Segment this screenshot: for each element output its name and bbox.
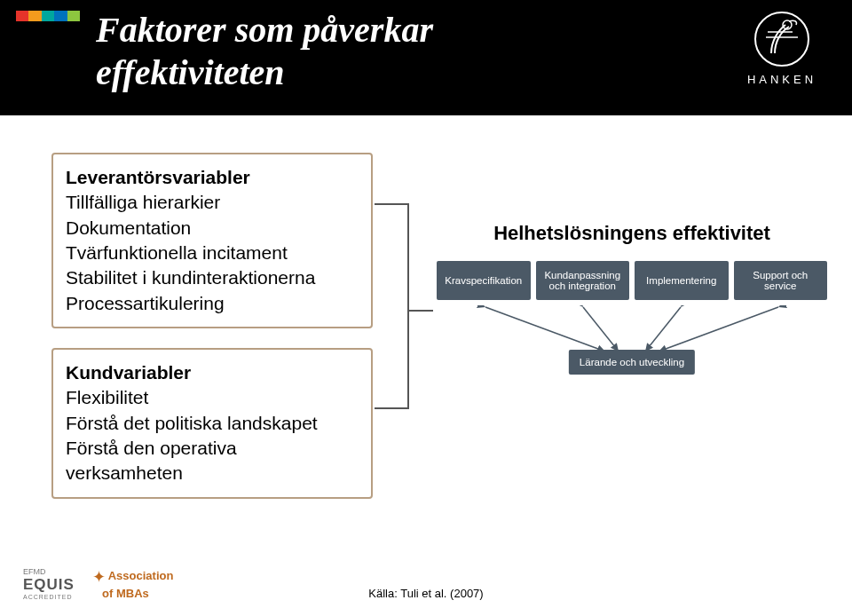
color-strip: [16, 11, 80, 21]
equis-label: EQUIS: [23, 576, 75, 594]
amba-logo: ✦ Association of MBAs: [92, 567, 173, 600]
stage-kundanpassning: Kundanpassning och integration: [536, 261, 630, 300]
learning-box: Lärande och utveckling: [569, 350, 695, 375]
accredited-label: ACCREDITED: [23, 594, 75, 600]
svg-line-5: [659, 307, 778, 351]
arrows-area: Lärande och utveckling: [437, 305, 827, 353]
amba-line2: of MBAs: [102, 587, 149, 600]
title-line-1: Faktorer som påverkar: [96, 10, 433, 50]
page-title: Faktorer som påverkar effektiviteten: [96, 9, 433, 94]
customer-variables-box: Kundvariabler Flexibilitet Förstå det po…: [51, 348, 373, 499]
source-citation: Källa: Tuli et al. (2007): [368, 587, 483, 600]
hanken-logo: HANKEN: [733, 11, 831, 86]
amba-line1: Association: [108, 569, 174, 582]
box2-line: Förstå den operativa verksamheten: [66, 436, 359, 486]
box1-line: Dokumentation: [66, 216, 359, 241]
right-diagram: Helhetslösningens effektivitet Kravspeci…: [437, 222, 827, 353]
header-bar: Faktorer som påverkar effektiviteten HAN…: [0, 0, 852, 115]
supplier-variables-box: Leverantörsvariabler Tillfälliga hierark…: [51, 153, 373, 328]
box1-line: Stabilitet i kundinteraktionerna: [66, 265, 359, 290]
title-line-2: effektiviteten: [96, 52, 285, 92]
slide: Faktorer som påverkar effektiviteten HAN…: [0, 0, 852, 616]
diagram-title: Helhetslösningens effektivitet: [437, 222, 827, 245]
content-area: Leverantörsvariabler Tillfälliga hierark…: [0, 133, 852, 550]
stage-kravspecifikation: Kravspecifikation: [437, 261, 531, 300]
box1-line: Tvärfunktionella incitament: [66, 241, 359, 265]
box2-line: Flexibilitet: [66, 385, 359, 410]
hermes-icon: [753, 11, 810, 67]
stage-implementering: Implementering: [635, 261, 729, 300]
left-boxes: Leverantörsvariabler Tillfälliga hierark…: [51, 153, 373, 518]
equis-logo: EFMD EQUIS ACCREDITED: [23, 567, 75, 600]
stage-row: Kravspecifikation Kundanpassning och int…: [437, 261, 827, 300]
box2-heading: Kundvariabler: [66, 360, 359, 385]
footer: EFMD EQUIS ACCREDITED ✦ Association of M…: [0, 550, 852, 616]
accreditation-logos: EFMD EQUIS ACCREDITED ✦ Association of M…: [23, 567, 173, 600]
box1-line: Processartikulering: [66, 291, 359, 316]
svg-line-2: [485, 307, 605, 351]
stage-support: Support och service: [734, 261, 828, 300]
efmd-label: EFMD: [23, 567, 75, 576]
box1-heading: Leverantörsvariabler: [66, 165, 359, 190]
svg-point-0: [755, 12, 809, 66]
brand-name: HANKEN: [733, 73, 831, 86]
box2-line: Förstå det politiska landskapet: [66, 411, 359, 436]
box1-line: Tillfälliga hierarkier: [66, 190, 359, 215]
connector-bracket: [373, 186, 435, 435]
